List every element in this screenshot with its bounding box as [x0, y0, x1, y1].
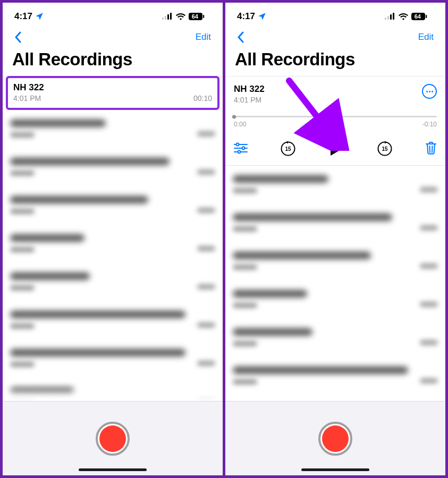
svg-rect-11 [426, 15, 427, 18]
svg-point-17 [238, 151, 241, 153]
skip-forward-15-button[interactable]: 15 [376, 140, 393, 157]
skip-back-15-button[interactable]: 15 [280, 140, 297, 157]
location-arrow-icon [257, 12, 267, 21]
elapsed-time: 0:00 [234, 121, 246, 128]
svg-rect-9 [393, 13, 394, 20]
recording-list-blurred [225, 166, 445, 401]
recording-duration: 00:10 [193, 94, 212, 103]
list-item [233, 209, 438, 241]
list-item [10, 306, 215, 338]
home-indicator [301, 468, 369, 471]
screenshot-left: 4:17 64 Edit All Recordings [0, 0, 225, 478]
back-button[interactable] [10, 29, 26, 45]
svg-rect-8 [390, 14, 392, 20]
page-title: All Recordings [225, 49, 445, 75]
battery-icon: 64 [189, 13, 211, 20]
status-time: 4:17 [14, 11, 32, 22]
status-time: 4:17 [237, 11, 255, 22]
recording-row-selected[interactable]: NH 322 4:01 PM 00:10 [6, 76, 219, 110]
recording-player-expanded: NH 322 4:01 PM 0:00 -0:10 [225, 76, 445, 166]
svg-rect-3 [170, 13, 172, 20]
recording-list-blurred [3, 110, 223, 401]
edit-button[interactable]: Edit [191, 29, 215, 46]
svg-rect-5 [203, 15, 204, 18]
list-item [10, 192, 215, 224]
list-item [233, 286, 438, 318]
cellular-icon [385, 13, 395, 20]
status-icons: 64 [162, 13, 211, 20]
location-arrow-icon [35, 12, 44, 21]
list-item [233, 362, 438, 394]
status-bar: 4:17 64 [225, 3, 445, 28]
recording-time: 4:01 PM [234, 96, 265, 104]
play-button[interactable] [328, 140, 344, 157]
list-item [233, 324, 438, 356]
svg-line-22 [430, 146, 430, 152]
list-item [233, 247, 438, 279]
scrubber-thumb[interactable] [232, 115, 236, 118]
svg-point-15 [236, 143, 239, 146]
svg-text:15: 15 [285, 146, 291, 152]
screenshot-right: 4:17 64 Edit All Recordings [225, 0, 448, 478]
status-bar: 4:17 64 [3, 3, 223, 28]
svg-rect-0 [162, 18, 164, 20]
edit-button[interactable]: Edit [414, 29, 438, 46]
cellular-icon [162, 13, 173, 20]
nav-bar: Edit [3, 28, 223, 49]
record-button[interactable] [318, 422, 352, 456]
record-toolbar [225, 401, 445, 475]
recording-title: NH 322 [234, 84, 265, 95]
page-title: All Recordings [3, 49, 223, 75]
status-icons: 64 [385, 13, 434, 20]
remaining-time: -0:10 [422, 121, 437, 128]
list-item [233, 171, 438, 203]
list-item [10, 345, 215, 377]
recording-time: 4:01 PM [13, 94, 41, 103]
record-toolbar [3, 401, 223, 475]
more-options-button[interactable] [422, 84, 437, 99]
recording-title: NH 322 [13, 82, 212, 93]
list-item [10, 115, 215, 147]
svg-rect-6 [385, 18, 386, 20]
svg-rect-1 [165, 16, 166, 20]
wifi-icon [176, 13, 185, 20]
nav-bar: Edit [225, 28, 445, 49]
wifi-icon [399, 13, 408, 20]
back-button[interactable] [233, 29, 249, 45]
home-indicator [79, 468, 147, 471]
delete-button[interactable] [425, 141, 437, 155]
svg-text:15: 15 [382, 146, 388, 152]
playback-scrubber[interactable]: 0:00 -0:10 [234, 116, 437, 128]
list-item [10, 383, 215, 401]
record-button[interactable] [96, 422, 130, 456]
list-item [10, 268, 215, 300]
svg-point-16 [242, 147, 245, 150]
list-item [10, 153, 215, 185]
playback-settings-button[interactable] [234, 142, 248, 154]
list-item [10, 230, 215, 262]
svg-rect-7 [387, 16, 389, 20]
svg-line-23 [432, 146, 433, 152]
battery-icon: 64 [411, 13, 434, 20]
svg-rect-2 [167, 14, 169, 20]
